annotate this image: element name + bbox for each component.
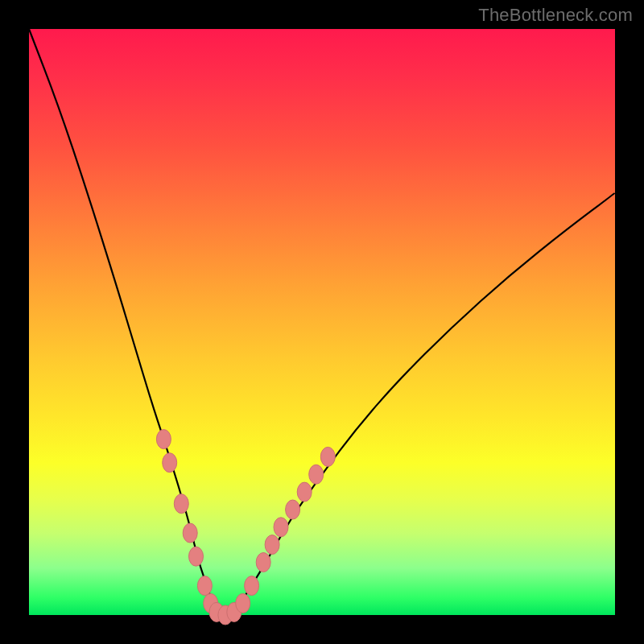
marker-dot — [265, 535, 279, 555]
marker-dot — [297, 482, 312, 502]
marker-dot — [163, 453, 177, 473]
plot-area — [29, 29, 615, 615]
marker-dot — [256, 553, 270, 572]
markers-group — [156, 430, 335, 625]
marker-dot — [274, 518, 288, 537]
watermark-text: TheBottleneck.com — [478, 5, 633, 26]
marker-dot — [189, 547, 204, 566]
chart-svg — [29, 29, 615, 615]
outer-frame: TheBottleneck.com — [0, 0, 644, 644]
marker-dot — [320, 447, 335, 466]
marker-dot — [236, 593, 250, 613]
marker-dot — [197, 576, 212, 596]
marker-dot — [183, 523, 197, 543]
bottleneck-curve-path — [29, 29, 615, 615]
curve-group — [29, 29, 615, 615]
marker-dot — [156, 430, 171, 449]
marker-dot — [309, 464, 324, 484]
marker-dot — [174, 494, 188, 514]
marker-dot — [286, 500, 300, 519]
marker-dot — [245, 576, 259, 596]
